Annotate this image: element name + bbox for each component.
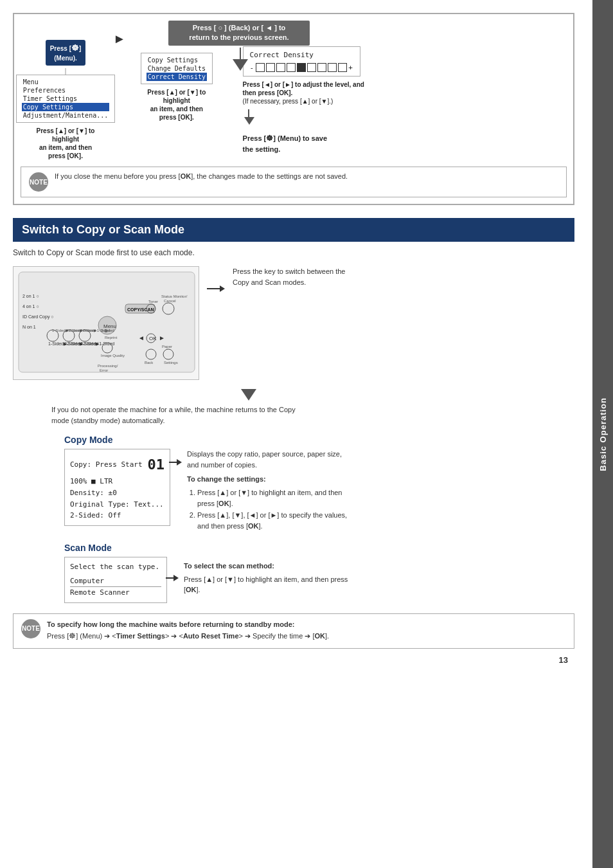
copy-lcd-display: Copy: Press Start 01 100% ■ LTR Density:… xyxy=(64,449,170,526)
copy-mode-title: Copy Mode xyxy=(64,435,600,445)
menu-item-adjustment: Adjustment/Maintena... xyxy=(22,111,109,120)
correct-density-box: Correct Density - + xyxy=(243,46,360,77)
svg-text:Image Quality: Image Quality xyxy=(101,354,125,357)
auto-return-note: If you do not operate the machine for a … xyxy=(51,404,296,426)
note-text: If you close the menu before you press [… xyxy=(55,172,348,180)
lcd-line2: 100% ■ LTR xyxy=(70,476,164,487)
step1-label: Press [▲] or [▼] to highlightan item, an… xyxy=(30,127,101,160)
menu-item-timer: Timer Settings xyxy=(22,95,109,103)
svg-text:Paper: Paper xyxy=(162,345,172,348)
lcd-line5: 2-Sided: Off xyxy=(70,510,164,521)
step2-label: Press [▲] or [▼] to highlightan item, an… xyxy=(141,88,212,122)
device-image: 2 on 1 ○ 4 on 1 ○ ID Card Copy ○ N on 1 … xyxy=(13,266,199,380)
svg-text:COPY/SCAN: COPY/SCAN xyxy=(127,307,154,312)
note-box: NOTE If you close the menu before you pr… xyxy=(21,167,567,197)
svg-text:2 on 1 ○: 2 on 1 ○ xyxy=(22,294,39,298)
density-bar: - + xyxy=(250,63,353,72)
sidebar-label: Basic Operation xyxy=(598,397,608,471)
note2-text: To specify how long the machine waits be… xyxy=(47,619,329,643)
svg-text:N on 1: N on 1 xyxy=(22,325,36,329)
scan-info: To select the scan method: Press [▲] or … xyxy=(184,557,351,595)
svg-text:◄: ◄ xyxy=(138,334,145,341)
page-number: 13 xyxy=(13,655,568,665)
svg-text:Reprint: Reprint xyxy=(105,336,118,339)
copy-settings-item-density: Correct Density xyxy=(147,73,207,81)
note-box2: NOTE To specify how long the machine wai… xyxy=(13,613,574,649)
sidebar: Basic Operation xyxy=(592,0,613,868)
svg-text:4 on 1 ○: 4 on 1 ○ xyxy=(22,304,39,309)
svg-text:OK: OK xyxy=(149,336,157,341)
scan-mode-row: Select the scan type. Computer Remote Sc… xyxy=(64,557,574,603)
auto-return-arrow xyxy=(13,389,484,401)
svg-text:Status Monitor/: Status Monitor/ xyxy=(161,294,188,298)
scan-line2: Computer xyxy=(70,575,161,588)
menu-box: Menu Preferences Timer Settings Copy Set… xyxy=(16,75,115,123)
svg-text:Cancel: Cancel xyxy=(164,299,176,303)
svg-text:Back: Back xyxy=(145,361,154,365)
press-back-box: Press [ ○ ] (Back) or [ ◄ ] to return to… xyxy=(168,21,310,46)
svg-text:Processing/: Processing/ xyxy=(98,364,118,368)
svg-text:Toner: Toner xyxy=(148,300,158,303)
svg-text:►: ► xyxy=(159,334,165,341)
copy-mode-row: Copy: Press Start 01 100% ■ LTR Density:… xyxy=(64,449,574,532)
scan-lcd-display: Select the scan type. Computer Remote Sc… xyxy=(64,557,167,603)
to-change-step2: Press [▲], [▼], [◄] or [►] to specify th… xyxy=(197,510,354,532)
navigating-menu-section: Press [ ○ ] (Back) or [ ◄ ] to return to… xyxy=(13,13,574,205)
note-icon2: NOTE xyxy=(21,619,40,638)
svg-text:2-Sided▶1-Sided: 2-Sided▶1-Sided xyxy=(80,341,114,346)
copy-settings-item-copy: Copy Settings xyxy=(147,56,207,64)
lcd-line1: Copy: Press Start 01 xyxy=(70,453,164,476)
menu-item-preferences: Preferences xyxy=(22,86,109,95)
device-panel-row: 2 on 1 ○ 4 on 1 ○ ID Card Copy ○ N on 1 … xyxy=(13,266,574,380)
scan-line3: Remote Scanner xyxy=(70,587,161,599)
menu-item-menu: Menu xyxy=(22,78,109,86)
menu-item-copy-settings: Copy Settings xyxy=(22,103,109,111)
scan-mode-title: Scan Mode xyxy=(64,543,600,553)
to-change-step1: Press [▲] or [▼] to highlight an item, a… xyxy=(197,487,354,510)
press-menu-button-label: Press [☸](Menu). xyxy=(46,40,86,66)
svg-text:Settings: Settings xyxy=(164,361,178,365)
copy-settings-item-defaults: Change Defaults xyxy=(147,64,207,73)
section2-subtitle: Switch to Copy or Scan mode first to use… xyxy=(13,248,600,257)
copy-desc: Displays the copy ratio, paper source, p… xyxy=(187,449,354,470)
lcd-line3: Density: ±0 xyxy=(70,487,164,499)
svg-text:Error: Error xyxy=(100,368,108,372)
lcd-line4: Original Type: Text... xyxy=(70,499,164,511)
svg-text:2-Sided: 2-Sided xyxy=(101,329,114,332)
to-change-title: To change the settings: xyxy=(187,474,354,485)
note-icon: NOTE xyxy=(29,172,48,192)
scan-select-title: To select the scan method: xyxy=(184,561,351,572)
device-svg: 2 on 1 ○ 4 on 1 ○ ID Card Copy ○ N on 1 … xyxy=(17,271,196,374)
copy-settings-box: Copy Settings Change Defaults Correct De… xyxy=(141,53,213,84)
correct-density-title: Correct Density xyxy=(250,51,353,59)
arrow-to-copyscan xyxy=(207,266,225,292)
arrow-right-1: ► xyxy=(113,21,126,45)
press-menu-save: Press [☸] (Menu) to savethe setting. xyxy=(243,132,327,155)
scan-line1: Select the scan type. xyxy=(70,561,161,573)
step3-label: Press [◄] or [►] to adjust the level, an… xyxy=(243,80,371,105)
scan-select-desc: Press [▲] or [▼] to highlight an item, a… xyxy=(184,574,351,595)
svg-text:ID Card Copy ○: ID Card Copy ○ xyxy=(22,314,54,320)
section2-title: Switch to Copy or Scan Mode xyxy=(13,218,574,242)
switch-description: Press the key to switch between the Copy… xyxy=(233,266,361,287)
copy-info: Displays the copy ratio, paper source, p… xyxy=(187,449,354,532)
